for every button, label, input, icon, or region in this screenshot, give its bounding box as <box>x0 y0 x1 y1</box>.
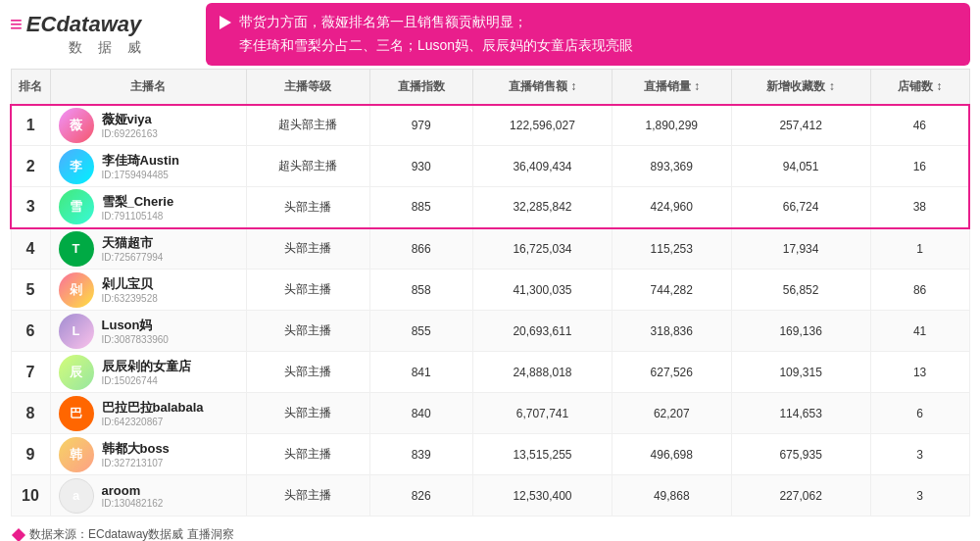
rank-cell: 9 <box>11 434 50 475</box>
level-cell: 超头部主播 <box>246 105 369 146</box>
streamer-cell: 薇薇娅viyaID:69226163 <box>50 105 246 146</box>
avatar: L <box>59 314 94 349</box>
rankings-table: 排名 主播名 主播等级 直播指数 直播销售额 ↕ 直播销量 ↕ 新增收藏数 ↕ … <box>10 69 970 516</box>
shops-cell: 6 <box>870 393 969 434</box>
streamer-id: ID:15026744 <box>102 375 191 386</box>
col-fans: 新增收藏数 ↕ <box>731 70 870 105</box>
volume-cell: 496,698 <box>612 434 731 475</box>
fans-cell: 114,653 <box>731 393 870 434</box>
streamer-name: 雪梨_Cherie <box>102 193 174 211</box>
table-container: 排名 主播名 主播等级 直播指数 直播销售额 ↕ 直播销量 ↕ 新增收藏数 ↕ … <box>0 69 980 516</box>
volume-cell: 1,890,299 <box>612 105 731 146</box>
volume-cell: 744,282 <box>612 270 731 311</box>
col-volume: 直播销量 ↕ <box>612 70 731 105</box>
fans-cell: 227,062 <box>731 475 870 516</box>
streamer-id: ID:642320867 <box>102 417 204 427</box>
streamer-id: ID:791105148 <box>102 211 174 221</box>
streamer-cell: LLuson妈ID:3087833960 <box>50 311 246 352</box>
sales-cell: 24,888,018 <box>472 352 612 393</box>
level-cell: 超头部主播 <box>246 146 369 187</box>
index-cell: 885 <box>369 187 472 228</box>
table-row: 2李李佳琦AustinID:1759494485超头部主播93036,409,4… <box>11 146 969 187</box>
shops-cell: 3 <box>870 434 969 475</box>
col-shops: 店铺数 ↕ <box>870 70 969 105</box>
table-header-row: 排名 主播名 主播等级 直播指数 直播销售额 ↕ 直播销量 ↕ 新增收藏数 ↕ … <box>11 70 969 105</box>
rank-cell: 2 <box>11 146 50 187</box>
level-cell: 头部主播 <box>246 270 369 311</box>
table-row: 8巴巴拉巴拉balabalaID:642320867头部主播8406,707,7… <box>11 393 969 434</box>
streamer-name: Luson妈 <box>102 317 169 334</box>
streamer-name: 巴拉巴拉balabala <box>102 399 204 417</box>
streamer-name: 韩都大boss <box>102 440 170 458</box>
fans-cell: 56,852 <box>731 270 870 311</box>
index-cell: 858 <box>369 270 472 311</box>
avatar: a <box>59 478 94 514</box>
avatar: 李 <box>59 149 94 184</box>
table-body: 1薇薇娅viyaID:69226163超头部主播979122,596,0271,… <box>11 105 969 516</box>
announcement-line-1: 带货力方面，薇娅排名第一且销售额贡献明显； <box>220 11 956 34</box>
diamond-icon-1 <box>12 527 25 541</box>
fans-cell: 94,051 <box>731 146 870 187</box>
volume-cell: 115,253 <box>612 228 731 270</box>
rank-cell: 5 <box>11 270 50 311</box>
index-cell: 979 <box>369 105 472 146</box>
sales-cell: 122,596,027 <box>472 105 612 146</box>
logo-top: ≡ ECdataway <box>10 12 206 37</box>
arrow-icon <box>220 16 231 29</box>
volume-cell: 318,836 <box>612 311 731 352</box>
table-row: 1薇薇娅viyaID:69226163超头部主播979122,596,0271,… <box>11 105 969 146</box>
table-row: 9韩韩都大bossID:327213107头部主播83913,515,25549… <box>11 434 969 475</box>
rank-cell: 7 <box>11 352 50 393</box>
volume-cell: 424,960 <box>612 187 731 228</box>
fans-cell: 66,724 <box>731 187 870 228</box>
index-cell: 826 <box>369 475 472 516</box>
streamer-id: ID:1759494485 <box>102 170 179 180</box>
fans-cell: 169,136 <box>731 311 870 352</box>
streamer-name: 李佳琦Austin <box>102 152 179 170</box>
footer-source-line: 数据来源：ECdataway数据威 直播洞察 <box>14 526 966 541</box>
col-sales: 直播销售额 ↕ <box>472 70 612 105</box>
streamer-cell: 辰辰辰剁的女童店ID:15026744 <box>50 352 246 393</box>
col-level: 主播等级 <box>246 70 369 105</box>
col-rank: 排名 <box>11 70 50 105</box>
logo-brand: ECdataway <box>26 12 141 37</box>
rank-cell: 1 <box>11 105 50 146</box>
shops-cell: 38 <box>870 187 969 228</box>
level-cell: 头部主播 <box>246 475 369 516</box>
table-row: 6LLuson妈ID:3087833960头部主播85520,693,61131… <box>11 311 969 352</box>
level-cell: 头部主播 <box>246 393 369 434</box>
avatar: 雪 <box>59 189 94 224</box>
sales-cell: 41,300,035 <box>472 270 612 311</box>
shops-cell: 3 <box>870 475 969 516</box>
index-cell: 841 <box>369 352 472 393</box>
logo-area: ≡ ECdataway 数 据 威 <box>10 12 206 57</box>
streamer-id: ID:327213107 <box>102 458 170 468</box>
streamer-id: ID:130482162 <box>102 498 164 509</box>
streamer-name: 天猫超市 <box>102 234 164 252</box>
rank-cell: 6 <box>11 311 50 352</box>
index-cell: 840 <box>369 393 472 434</box>
logo-icon: ≡ <box>10 12 23 37</box>
announcement-text-1: 带货力方面，薇娅排名第一且销售额贡献明显； <box>239 11 527 34</box>
level-cell: 头部主播 <box>246 228 369 270</box>
level-cell: 头部主播 <box>246 311 369 352</box>
streamer-id: ID:725677994 <box>102 252 164 263</box>
streamer-id: ID:3087833960 <box>102 334 169 345</box>
streamer-name: 薇娅viya <box>102 111 158 128</box>
shops-cell: 41 <box>870 311 969 352</box>
col-name: 主播名 <box>50 70 246 105</box>
avatar: 剁 <box>59 272 94 308</box>
footer-source: 数据来源：ECdataway数据威 直播洞察 <box>29 526 234 541</box>
streamer-id: ID:63239528 <box>102 293 158 304</box>
fans-cell: 17,934 <box>731 228 870 270</box>
volume-cell: 49,868 <box>612 475 731 516</box>
rank-cell: 8 <box>11 393 50 434</box>
streamer-cell: T天猫超市ID:725677994 <box>50 228 246 270</box>
streamer-cell: 剁剁儿宝贝ID:63239528 <box>50 270 246 311</box>
sales-cell: 16,725,034 <box>472 228 612 270</box>
logo-sub: 数 据 威 <box>10 39 206 57</box>
streamer-name: 剁儿宝贝 <box>102 275 158 293</box>
shops-cell: 13 <box>870 352 969 393</box>
table-row: 4T天猫超市ID:725677994头部主播86616,725,034115,2… <box>11 228 969 270</box>
index-cell: 866 <box>369 228 472 270</box>
